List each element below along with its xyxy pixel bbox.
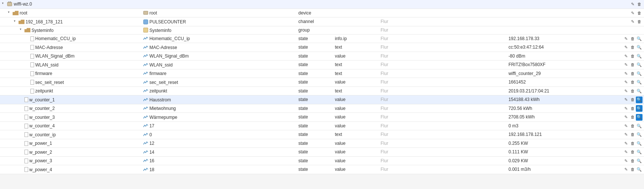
expand-icon[interactable]: ▼ — [19, 28, 24, 32]
row-value — [507, 17, 607, 26]
search-button[interactable]: 🔍 — [636, 97, 643, 103]
delete-button[interactable]: 🗑 — [636, 18, 643, 25]
search-button[interactable]: 🔍 — [636, 53, 643, 59]
search-button[interactable]: 🔍 — [636, 79, 643, 86]
delete-button[interactable]: 🗑 — [629, 123, 636, 129]
row-name: Systeminfo — [32, 27, 53, 33]
row-name: w_counter_3 — [29, 115, 55, 120]
expand-icon[interactable]: ▼ — [7, 11, 12, 15]
row-display: 18 — [149, 167, 154, 172]
delete-button[interactable]: 🗑 — [636, 1, 643, 7]
edit-button[interactable]: ✎ — [622, 131, 629, 138]
search-button[interactable]: 🔍 — [636, 123, 643, 129]
table-row: MAC-Adresse MAC-AdressestatetextFlurcc:5… — [0, 43, 644, 52]
delete-button[interactable]: 🗑 — [629, 166, 636, 173]
row-display: 17 — [149, 123, 154, 128]
row-actions: ✎🗑 — [607, 9, 644, 17]
row-room: Flur — [379, 17, 443, 26]
row-name: Homematic_CCU_ip — [35, 36, 76, 41]
delete-button[interactable]: 🗑 — [629, 149, 636, 155]
file-icon — [30, 71, 34, 76]
row-value: wiffi_counter_29 — [507, 69, 607, 78]
row-name: w_counter_ip — [29, 132, 56, 137]
delete-button[interactable]: 🗑 — [629, 157, 636, 164]
search-button[interactable]: 🔍 — [636, 131, 643, 138]
file-icon — [24, 167, 28, 172]
table-row: w_counter_3 WärmepumpestatevalueFlur2708… — [0, 113, 644, 122]
row-function — [443, 61, 507, 69]
delete-button[interactable]: 🗑 — [629, 131, 636, 138]
row-subtype: value — [333, 139, 379, 148]
search-button[interactable]: 🔍 — [636, 157, 643, 164]
row-room: Flur — [379, 78, 443, 87]
row-value: FRITZ!Box7580XF — [507, 61, 607, 69]
edit-button[interactable]: ✎ — [622, 79, 629, 86]
row-room: Flur — [379, 95, 443, 104]
edit-button[interactable]: ✎ — [622, 35, 629, 42]
delete-button[interactable]: 🗑 — [629, 61, 636, 68]
file-icon — [24, 132, 28, 137]
delete-button[interactable]: 🗑 — [636, 10, 643, 16]
delete-button[interactable]: 🗑 — [629, 70, 636, 77]
state-icon — [143, 158, 148, 163]
row-subtype — [333, 0, 379, 9]
file-icon — [24, 124, 28, 128]
row-subtype: text — [333, 43, 379, 52]
search-button[interactable]: 🔍 — [636, 149, 643, 156]
row-actions: ✎🗑 — [607, 17, 644, 26]
delete-button[interactable]: 🗑 — [629, 96, 636, 103]
row-type: state — [297, 95, 334, 104]
edit-button[interactable]: ✎ — [622, 114, 629, 121]
edit-button[interactable]: ✎ — [622, 44, 629, 51]
edit-button[interactable]: ✎ — [629, 19, 636, 25]
file-icon — [24, 115, 28, 120]
search-button[interactable]: 🔍 — [636, 35, 643, 42]
edit-button[interactable]: ✎ — [622, 53, 629, 59]
search-button[interactable]: 🔍 — [636, 44, 643, 51]
row-display: 0 — [149, 132, 152, 137]
table-row: Homematic_CCU_ip Homematic_CCU_ipstatein… — [0, 34, 644, 43]
search-button[interactable]: 🔍 — [636, 166, 643, 173]
row-type: state — [297, 78, 334, 87]
row-value: 2708.05 kWh — [507, 113, 607, 122]
search-button[interactable]: 🔍 — [636, 70, 643, 77]
delete-button[interactable]: 🗑 — [629, 140, 636, 147]
delete-button[interactable]: 🗑 — [629, 105, 636, 112]
edit-button[interactable]: ✎ — [622, 166, 629, 173]
delete-button[interactable]: 🗑 — [629, 88, 636, 94]
search-button[interactable]: 🔍 — [636, 140, 643, 147]
row-subtype: value — [333, 78, 379, 87]
row-function — [443, 87, 507, 95]
search-button[interactable]: 🔍 — [636, 88, 643, 94]
edit-button[interactable]: ✎ — [622, 62, 629, 68]
row-room: Flur — [379, 130, 443, 139]
expand-icon[interactable]: ▼ — [13, 20, 18, 24]
table-row: sec_seit_reset sec_seit_resetstatevalueF… — [0, 78, 644, 87]
table-row: ▼ wiffi-wz.0✎🗑 — [0, 0, 644, 9]
edit-button[interactable]: ✎ — [622, 157, 629, 164]
edit-button[interactable]: ✎ — [622, 70, 629, 77]
delete-button[interactable]: 🗑 — [629, 79, 636, 85]
search-button[interactable]: 🔍 — [636, 105, 643, 112]
delete-button[interactable]: 🗑 — [629, 44, 636, 50]
expand-icon[interactable]: ▼ — [1, 2, 6, 6]
delete-button[interactable]: 🗑 — [629, 53, 636, 59]
delete-button[interactable]: 🗑 — [629, 35, 636, 42]
row-room: Flur — [379, 43, 443, 52]
edit-button[interactable]: ✎ — [622, 97, 629, 103]
edit-button[interactable]: ✎ — [629, 10, 636, 16]
state-icon — [143, 141, 148, 146]
row-value: 0.029 KW — [507, 156, 607, 165]
edit-button[interactable]: ✎ — [622, 88, 629, 94]
delete-button[interactable]: 🗑 — [629, 114, 636, 120]
edit-button[interactable]: ✎ — [629, 1, 636, 8]
edit-button[interactable]: ✎ — [622, 140, 629, 147]
edit-button[interactable]: ✎ — [622, 123, 629, 129]
search-button[interactable]: 🔍 — [636, 62, 643, 68]
edit-button[interactable]: ✎ — [622, 105, 629, 112]
search-button[interactable]: 🔍 — [636, 114, 643, 121]
row-function — [443, 26, 507, 34]
row-display: Wärmepumpe — [149, 115, 177, 120]
edit-button[interactable]: ✎ — [622, 149, 629, 156]
row-actions: ✎🗑🔍 — [607, 87, 644, 95]
